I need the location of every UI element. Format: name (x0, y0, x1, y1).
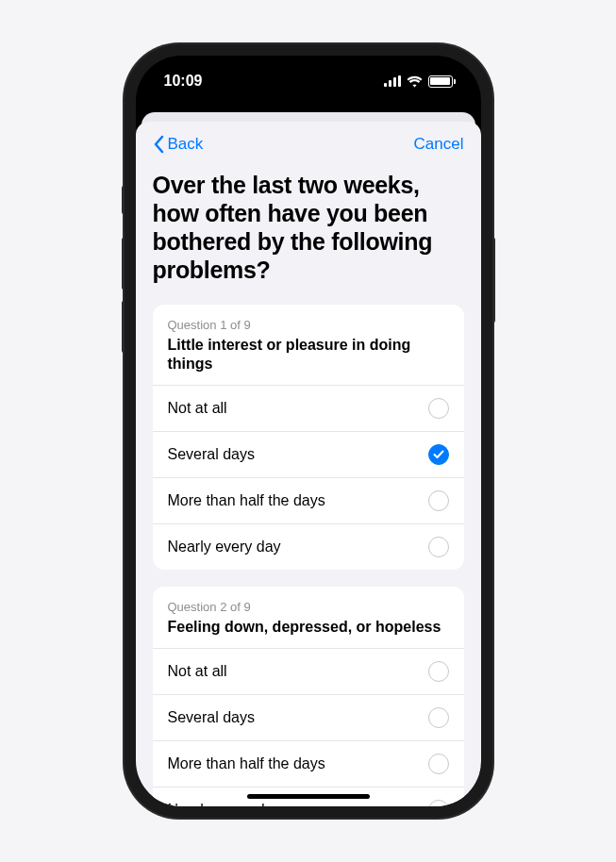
option-label: More than half the days (168, 492, 325, 509)
status-time: 10:09 (164, 73, 203, 90)
option-row[interactable]: Several days (153, 694, 464, 740)
option-label: Several days (168, 709, 256, 726)
option-label: Nearly every day (168, 802, 281, 806)
radio-checked-icon (428, 444, 449, 465)
option-row[interactable]: Not at all (153, 648, 464, 694)
radio-unchecked-icon (428, 398, 449, 419)
mute-switch (122, 186, 125, 214)
page-heading: Over the last two weeks, how often have … (153, 171, 464, 284)
screen: 10:09 Back (136, 56, 481, 806)
option-row[interactable]: More than half the days (153, 477, 464, 523)
volume-down-button (122, 301, 125, 353)
option-row[interactable]: Several days (153, 431, 464, 477)
option-row[interactable]: Not at all (153, 385, 464, 431)
option-label: Not at all (168, 400, 227, 417)
scroll-area[interactable]: Over the last two weeks, how often have … (136, 163, 481, 806)
cellular-signal-icon (384, 75, 401, 87)
home-indicator[interactable] (247, 794, 370, 799)
checkmark-icon (433, 450, 444, 459)
cancel-button[interactable]: Cancel (414, 135, 464, 154)
volume-up-button (122, 238, 125, 290)
question-text: Little interest or pleasure in doing thi… (168, 336, 449, 373)
option-label: Several days (168, 446, 256, 463)
question-counter: Question 1 of 9 (168, 318, 449, 332)
radio-unchecked-icon (428, 800, 449, 806)
radio-unchecked-icon (428, 661, 449, 682)
option-label: More than half the days (168, 755, 325, 772)
battery-icon (428, 75, 453, 88)
question-card: Question 2 of 9 Feeling down, depressed,… (153, 587, 464, 806)
option-row[interactable]: Nearly every day (153, 523, 464, 570)
content-sheet: Back Cancel Over the last two weeks, how… (136, 122, 481, 806)
dynamic-island (253, 69, 364, 101)
back-label: Back (168, 135, 204, 154)
side-button (492, 238, 495, 323)
question-text: Feeling down, depressed, or hopeless (168, 618, 449, 637)
phone-frame: 10:09 Back (125, 44, 492, 818)
radio-unchecked-icon (428, 490, 449, 511)
radio-unchecked-icon (428, 537, 449, 557)
chevron-left-icon (153, 135, 164, 154)
nav-bar: Back Cancel (136, 122, 481, 163)
option-label: Nearly every day (168, 539, 281, 555)
wifi-icon (407, 75, 423, 88)
back-button[interactable]: Back (153, 135, 204, 154)
radio-unchecked-icon (428, 754, 449, 774)
question-counter: Question 2 of 9 (168, 600, 449, 614)
option-label: Not at all (168, 663, 227, 680)
option-row[interactable]: More than half the days (153, 740, 464, 787)
radio-unchecked-icon (428, 707, 449, 728)
question-card: Question 1 of 9 Little interest or pleas… (153, 305, 464, 570)
